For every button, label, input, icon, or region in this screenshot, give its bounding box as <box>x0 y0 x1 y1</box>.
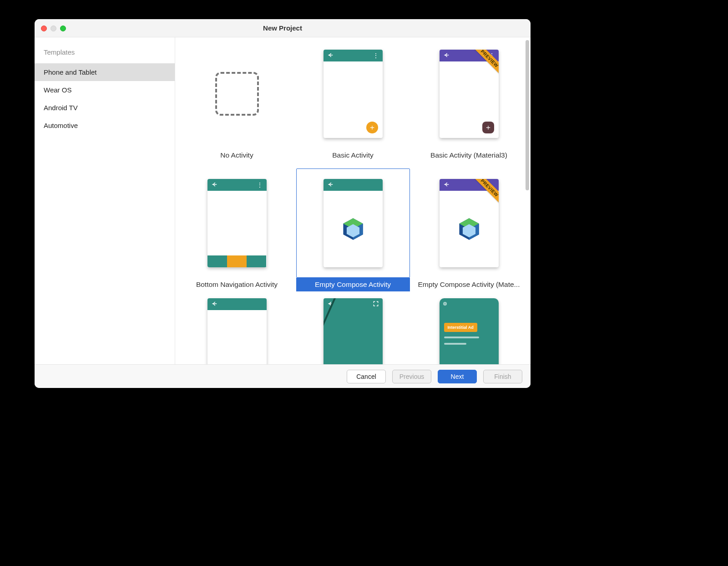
status-dot-icon <box>443 302 447 306</box>
bottom-nav-icon <box>207 255 267 267</box>
template-label: Basic Activity <box>296 148 410 162</box>
back-arrow-icon <box>327 301 334 308</box>
template-no-activity[interactable]: No Activity <box>180 39 294 162</box>
ad-chip: Interstitial Ad <box>444 323 477 332</box>
close-icon[interactable] <box>41 25 47 31</box>
template-empty-compose-m3[interactable]: PREVIEW Empty Compose Activity (Mate... <box>412 168 526 291</box>
template-label: Basic Activity (Material3) <box>412 148 526 162</box>
wizard-buttons: Cancel Previous Next Finish <box>35 364 531 388</box>
template-label: Empty Compose Activity <box>296 278 410 291</box>
sidebar-item-automotive[interactable]: Automotive <box>35 117 175 134</box>
template-basic-activity-m3[interactable]: ⋮ ＋ PREVIEW Basic Activity (Material3) <box>412 39 526 162</box>
previous-button: Previous <box>392 370 431 383</box>
compose-logo-icon <box>457 217 481 241</box>
titlebar: New Project <box>35 19 531 37</box>
template-label: Empty Compose Activity (Mate... <box>412 278 526 291</box>
fab-add-icon: ＋ <box>482 122 494 133</box>
back-arrow-icon <box>443 181 450 189</box>
zoom-icon[interactable] <box>60 25 66 31</box>
template-partial-2[interactable] <box>296 298 410 364</box>
fab-add-icon: ＋ <box>366 122 378 133</box>
sidebar-item-phone-tablet[interactable]: Phone and Tablet <box>35 63 175 81</box>
window-title: New Project <box>35 24 531 32</box>
templates-gallery: No Activity ⋮ ＋ <box>175 37 531 364</box>
back-arrow-icon <box>211 181 217 189</box>
template-empty-compose[interactable]: Empty Compose Activity <box>296 168 410 291</box>
fullscreen-icon <box>373 301 379 308</box>
back-arrow-icon <box>327 52 334 59</box>
sidebar-header: Templates <box>35 46 175 63</box>
template-basic-activity[interactable]: ⋮ ＋ Basic Activity <box>296 39 410 162</box>
empty-placeholder-icon <box>215 72 259 116</box>
sidebar-item-wear-os[interactable]: Wear OS <box>35 81 175 99</box>
back-arrow-icon <box>443 52 450 59</box>
template-label: No Activity <box>180 148 294 162</box>
next-button[interactable]: Next <box>438 370 477 383</box>
scrollbar[interactable] <box>526 40 529 190</box>
back-arrow-icon <box>327 181 334 189</box>
minimize-icon <box>51 25 56 31</box>
template-partial-1[interactable] <box>180 298 294 364</box>
overflow-menu-icon: ⋮ <box>373 52 379 59</box>
template-partial-3[interactable]: Interstitial Ad <box>412 298 526 364</box>
window-controls <box>41 25 66 31</box>
new-project-window: New Project Templates Phone and Tablet W… <box>35 19 531 388</box>
template-label: Bottom Navigation Activity <box>180 278 294 291</box>
compose-logo-icon <box>341 217 365 241</box>
templates-sidebar: Templates Phone and Tablet Wear OS Andro… <box>35 37 175 364</box>
cancel-button[interactable]: Cancel <box>347 370 386 383</box>
sidebar-item-android-tv[interactable]: Android TV <box>35 99 175 117</box>
finish-button: Finish <box>483 370 522 383</box>
back-arrow-icon <box>211 301 217 308</box>
template-bottom-navigation[interactable]: ⋮ Bottom Navigation Activity <box>180 168 294 291</box>
overflow-menu-icon: ⋮ <box>257 182 263 188</box>
